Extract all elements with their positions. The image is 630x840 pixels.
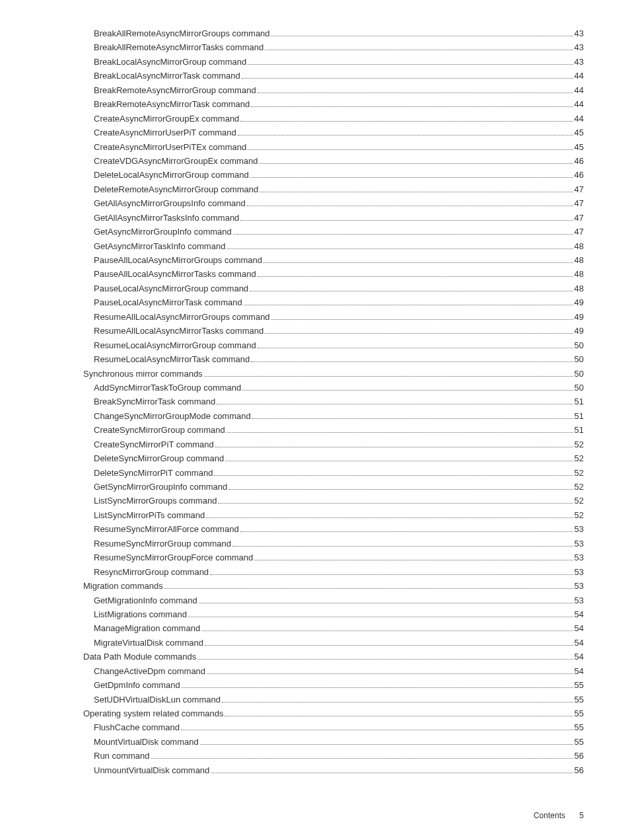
- toc-entry[interactable]: GetSyncMirrorGroupInfo command52: [46, 480, 584, 494]
- toc-entry[interactable]: ManageMigration command54: [46, 621, 584, 635]
- toc-entry-title: PauseLocalAsyncMirrorGroup command: [94, 282, 248, 295]
- toc-entry[interactable]: ListSyncMirrorPiTs command52: [46, 508, 584, 522]
- toc-leader-dots: [233, 234, 573, 235]
- toc-entry[interactable]: CreateAsyncMirrorGroupEx command44: [46, 112, 584, 126]
- toc-entry-page: 56: [575, 749, 584, 763]
- toc-entry[interactable]: GetDpmInfo command55: [46, 678, 584, 692]
- toc-leader-dots: [199, 603, 573, 603]
- footer-page-number: 5: [579, 811, 584, 820]
- toc-entry[interactable]: ResumeLocalAsyncMirrorTask command50: [46, 352, 584, 366]
- toc-entry-title: Operating system related commands: [83, 706, 223, 720]
- toc-entry-page: 52: [575, 466, 584, 480]
- toc-entry[interactable]: MigrateVirtualDisk command54: [46, 636, 584, 650]
- toc-leader-dots: [260, 163, 573, 164]
- toc-entry[interactable]: DeleteLocalAsyncMirrorGroup command46: [46, 168, 584, 182]
- toc-entry-page: 44: [575, 112, 584, 126]
- toc-leader-dots: [205, 645, 573, 646]
- toc-leader-dots: [151, 758, 573, 759]
- toc-entry[interactable]: ListSyncMirrorGroups command52: [46, 494, 584, 508]
- toc-leader-dots: [227, 432, 573, 433]
- toc-entry-title: ChangeSyncMirrorGroupMode command: [94, 409, 251, 423]
- toc-entry[interactable]: CreateAsyncMirrorUserPiTEx command45: [46, 140, 584, 154]
- toc-entry[interactable]: Synchronous mirror commands50: [46, 367, 584, 381]
- toc-entry[interactable]: GetAsyncMirrorTaskInfo command48: [46, 239, 584, 253]
- toc-entry-page: 45: [575, 140, 584, 154]
- toc-entry-page: 49: [575, 295, 584, 309]
- toc-entry[interactable]: ChangeActiveDpm command54: [46, 664, 584, 678]
- toc-leader-dots: [242, 78, 573, 79]
- toc-entry[interactable]: UnmountVirtualDisk command56: [46, 763, 584, 777]
- toc-entry[interactable]: ResumeAllLocalAsyncMirrorTasks command49: [46, 324, 584, 338]
- toc-entry[interactable]: GetAllAsyncMirrorTasksInfo command47: [46, 211, 584, 225]
- toc-entry[interactable]: Migration commands53: [46, 579, 584, 593]
- toc-entry-page: 48: [575, 282, 584, 295]
- toc-entry-page: 52: [575, 480, 584, 494]
- toc-entry-title: MigrateVirtualDisk command: [94, 636, 203, 650]
- toc-leader-dots: [260, 192, 573, 192]
- toc-entry-title: ListSyncMirrorGroups command: [94, 494, 217, 508]
- toc-entry[interactable]: ResumeLocalAsyncMirrorGroup command50: [46, 338, 584, 352]
- toc-entry[interactable]: BreakAllRemoteAsyncMirrorTasks command43: [46, 40, 584, 54]
- toc-entry[interactable]: BreakSyncMirrorTask command51: [46, 395, 584, 408]
- toc-entry[interactable]: ResumeSyncMirrorGroupForce command53: [46, 551, 584, 564]
- toc-entry[interactable]: CreateVDGAsyncMirrorGroupEx command46: [46, 154, 584, 168]
- toc-entry[interactable]: AddSyncMirrorTaskToGroup command50: [46, 381, 584, 395]
- toc-leader-dots: [210, 574, 573, 575]
- toc-entry[interactable]: BreakRemoteAsyncMirrorTask command44: [46, 97, 584, 111]
- toc-entry-title: ChangeActiveDpm command: [94, 664, 205, 678]
- toc-entry[interactable]: PauseAllLocalAsyncMirrorGroups command48: [46, 253, 584, 267]
- toc-entry-title: DeleteRemoteAsyncMirrorGroup command: [94, 182, 258, 196]
- toc-entry[interactable]: ResumeAllLocalAsyncMirrorGroups command4…: [46, 310, 584, 324]
- toc-entry-page: 51: [575, 423, 584, 437]
- toc-entry[interactable]: FlushCache command55: [46, 720, 584, 734]
- toc-entry[interactable]: GetAllAsyncMirrorGroupsInfo command47: [46, 196, 584, 210]
- toc-entry-page: 55: [575, 720, 584, 734]
- toc-entry[interactable]: BreakAllRemoteAsyncMirrorGroups command4…: [46, 26, 584, 40]
- toc-entry[interactable]: BreakLocalAsyncMirrorGroup command43: [46, 55, 584, 69]
- toc-entry[interactable]: Run command56: [46, 749, 584, 763]
- toc-entry-page: 47: [575, 211, 584, 225]
- toc-entry[interactable]: PauseLocalAsyncMirrorTask command49: [46, 295, 584, 309]
- toc-entry[interactable]: BreakLocalAsyncMirrorTask command44: [46, 69, 584, 83]
- toc-entry-page: 44: [575, 69, 584, 83]
- toc-entry[interactable]: ResumeSyncMirrorAllForce command53: [46, 522, 584, 536]
- toc-leader-dots: [248, 149, 573, 150]
- toc-leader-dots: [258, 348, 573, 348]
- toc-entry[interactable]: PauseLocalAsyncMirrorGroup command48: [46, 282, 584, 295]
- toc-entry[interactable]: DeleteSyncMirrorPiT command52: [46, 466, 584, 480]
- toc-entry[interactable]: ChangeSyncMirrorGroupMode command51: [46, 409, 584, 423]
- toc-entry[interactable]: DeleteRemoteAsyncMirrorGroup command47: [46, 182, 584, 196]
- toc-entry-title: ResumeAllLocalAsyncMirrorGroups command: [94, 310, 270, 324]
- toc-entry[interactable]: GetMigrationInfo command53: [46, 593, 584, 607]
- toc-entry-page: 49: [575, 310, 584, 324]
- toc-leader-dots: [232, 546, 573, 547]
- toc-entry-title: ManageMigration command: [94, 621, 200, 635]
- toc-entry-title: ListMigrations command: [94, 607, 187, 621]
- toc-leader-dots: [265, 333, 573, 334]
- toc-entry-page: 46: [575, 168, 584, 182]
- toc-entry-title: GetAsyncMirrorGroupInfo command: [94, 225, 232, 239]
- toc-entry[interactable]: Data Path Module commands54: [46, 650, 584, 664]
- toc-entry-title: CreateAsyncMirrorUserPiT command: [94, 126, 236, 139]
- toc-entry[interactable]: ListMigrations command54: [46, 607, 584, 621]
- toc-entry[interactable]: CreateAsyncMirrorUserPiT command45: [46, 126, 584, 139]
- toc-entry[interactable]: PauseAllLocalAsyncMirrorTasks command48: [46, 267, 584, 281]
- toc-leader-dots: [225, 461, 573, 461]
- toc-entry-page: 44: [575, 97, 584, 111]
- toc-entry[interactable]: DeleteSyncMirrorGroup command52: [46, 451, 584, 465]
- toc-entry[interactable]: Operating system related commands55: [46, 706, 584, 720]
- toc-entry[interactable]: MountVirtualDisk command55: [46, 735, 584, 749]
- toc-entry[interactable]: ResyncMirrorGroup command53: [46, 565, 584, 579]
- toc-entry[interactable]: ResumeSyncMirrorGroup command53: [46, 537, 584, 551]
- toc-leader-dots: [214, 475, 573, 476]
- toc-entry[interactable]: GetAsyncMirrorGroupInfo command47: [46, 225, 584, 239]
- toc-leader-dots: [204, 376, 573, 377]
- toc-entry[interactable]: SetUDHVirtualDiskLun command55: [46, 693, 584, 706]
- toc-entry[interactable]: BreakRemoteAsyncMirrorGroup command44: [46, 83, 584, 97]
- toc-entry-page: 53: [575, 551, 584, 564]
- toc-entry-page: 46: [575, 154, 584, 168]
- toc-entry[interactable]: CreateSyncMirrorPiT command52: [46, 438, 584, 451]
- toc-entry[interactable]: CreateSyncMirrorGroup command51: [46, 423, 584, 437]
- toc-leader-dots: [228, 489, 573, 490]
- toc-entry-title: CreateSyncMirrorPiT command: [94, 438, 214, 451]
